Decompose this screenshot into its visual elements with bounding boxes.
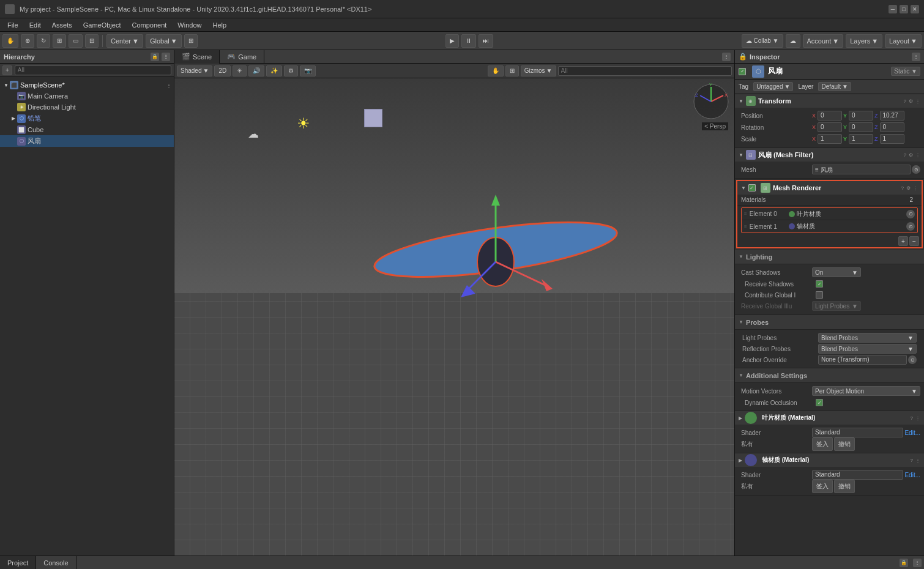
menu-component[interactable]: Component (127, 20, 171, 30)
mesh-field[interactable]: ≡ 风扇 (812, 165, 911, 174)
menu-gameobject[interactable]: GameObject (78, 20, 126, 30)
play-btn[interactable]: ▶ (445, 34, 459, 48)
mat2-checkin-btn[interactable]: 签入 (812, 480, 833, 493)
mat1-shader-field[interactable]: Standard (812, 428, 903, 437)
hierarchy-menu-icon[interactable]: ⋮ (162, 53, 170, 61)
hierarchy-item-maincamera[interactable]: ▷ 📷 Main Camera (0, 91, 174, 102)
anchor-override-field[interactable]: None (Transform) (818, 355, 907, 365)
scale-z-field[interactable]: 1 (880, 134, 904, 144)
shading-dropdown[interactable]: Shaded▼ (177, 65, 212, 76)
maximize-btn[interactable]: □ (900, 5, 908, 13)
menu-window[interactable]: Window (173, 20, 206, 30)
hierarchy-search[interactable] (15, 65, 171, 75)
pos-z-field[interactable]: 10.27 (880, 111, 904, 121)
meshfilter-header[interactable]: ▼ ⊟ 风扇 (Mesh Filter) ? ⚙ ⋮ (735, 148, 924, 162)
gizmos-dropdown[interactable]: Gizmos▼ (521, 65, 556, 76)
layer-dropdown[interactable]: Default▼ (818, 82, 851, 91)
pause-btn[interactable]: ⏸ (461, 34, 476, 48)
rot-y-field[interactable]: 0 (849, 122, 873, 132)
mat2-edit-btn[interactable]: Edit... (904, 472, 920, 478)
hierarchy-lock-icon[interactable]: 🔒 (151, 53, 159, 61)
cam-btn[interactable]: 📷 (300, 65, 316, 76)
samplescene-ctx-btn[interactable]: ⋮ (166, 83, 171, 88)
project-lock-icon[interactable]: 🔒 (900, 559, 908, 567)
light-probes-dropdown[interactable]: Blend Probes▼ (818, 333, 917, 343)
mat1-edit-btn[interactable]: Edit... (904, 430, 920, 436)
close-btn[interactable]: ✕ (911, 5, 919, 13)
move-tool-viewport[interactable]: ✋ (488, 65, 504, 76)
meshrenderer-help[interactable]: ? (901, 185, 904, 191)
scene-search[interactable] (558, 66, 732, 76)
inspector-menu-icon[interactable]: ⋮ (912, 53, 920, 61)
mat1-menu[interactable]: ⋮ (915, 415, 920, 421)
mat1-revert-btn[interactable]: 撤销 (834, 437, 855, 451)
mat1-checkin-btn[interactable]: 签入 (812, 437, 833, 451)
cloud-btn[interactable]: ☁ (786, 34, 800, 48)
meshrenderer-enabled[interactable]: ✓ (748, 184, 756, 192)
transform-settings[interactable]: ⚙ (909, 99, 913, 104)
probes-header[interactable]: ▼ Probes (735, 315, 924, 330)
mat-drag-1[interactable]: ≡ (744, 224, 747, 229)
object-enabled-checkbox[interactable]: ✓ (739, 68, 746, 75)
meshrenderer-header[interactable]: ▼ ✓ ⊞ Mesh Renderer ? ⚙ ⋮ (737, 181, 922, 195)
step-btn[interactable]: ⏭ (479, 34, 493, 48)
rot-x-field[interactable]: 0 (818, 122, 842, 132)
dynamic-occlusion-checkbox[interactable]: ✓ (816, 399, 823, 406)
meshfilter-settings[interactable]: ⚙ (909, 152, 913, 158)
cast-shadows-dropdown[interactable]: On▼ (812, 267, 861, 277)
mat2-shader-field[interactable]: Standard (812, 470, 903, 480)
pos-y-field[interactable]: 0 (849, 111, 873, 121)
scale-tool-btn[interactable]: ⊞ (53, 34, 66, 48)
meshrenderer-menu[interactable]: ⋮ (913, 185, 918, 191)
rect-tool-btn[interactable]: ▭ (69, 34, 83, 48)
receive-shadows-checkbox[interactable]: ✓ (816, 280, 823, 288)
menu-assets[interactable]: Assets (47, 20, 77, 30)
material1-header[interactable]: ▶ 叶片材质 (Material) ? ⋮ (735, 411, 924, 425)
tab-scene[interactable]: 🎬 Scene (174, 50, 220, 64)
mesh-target-btn[interactable]: ⊙ (912, 165, 920, 174)
scale-x-field[interactable]: 1 (818, 134, 842, 144)
static-btn[interactable]: Static ▼ (891, 67, 920, 76)
tab-console[interactable]: Console (36, 556, 76, 570)
layers-dropdown[interactable]: Layers▼ (846, 34, 882, 48)
lighting-btn[interactable]: ☀ (233, 65, 247, 76)
project-menu-icon[interactable]: ⋮ (913, 559, 922, 567)
meshfilter-menu[interactable]: ⋮ (915, 152, 920, 158)
hierarchy-item-samplescene[interactable]: ▼ ⬛ SampleScene* ⋮ (0, 80, 174, 91)
object-name[interactable]: 风扇 (768, 66, 887, 76)
motion-vectors-dropdown[interactable]: Per Object Motion▼ (812, 386, 920, 396)
transform-header[interactable]: ▼ ⊕ Transform ? ⚙ ⋮ (735, 94, 924, 108)
additional-header[interactable]: ▼ Additional Settings (735, 368, 924, 383)
rotate-tool-btn[interactable]: ↻ (37, 34, 50, 48)
mat-add-btn[interactable]: + (898, 236, 908, 246)
meshrenderer-settings[interactable]: ⚙ (906, 185, 911, 191)
global-dropdown[interactable]: Global▼ (146, 34, 182, 48)
reflection-probes-dropdown[interactable]: Blend Probes▼ (818, 344, 917, 354)
mat2-help[interactable]: ? (911, 458, 913, 463)
mat-drag-0[interactable]: ≡ (744, 211, 747, 217)
mat2-menu[interactable]: ⋮ (915, 458, 920, 463)
transform-tool-btn[interactable]: ⊟ (85, 34, 99, 48)
hierarchy-item-qianbi[interactable]: ▶ ⬡ 铅笔 (0, 113, 174, 124)
receive-global-dropdown[interactable]: Light Probes▼ (812, 301, 861, 311)
transform-help[interactable]: ? (904, 99, 906, 104)
scene-settings-btn[interactable]: ⚙ (284, 65, 298, 76)
mat-elem-1-target[interactable]: ⊙ (906, 222, 915, 231)
menu-edit[interactable]: Edit (24, 20, 46, 30)
audio-btn[interactable]: 🔊 (248, 65, 264, 76)
mat-elem-0-target[interactable]: ⊙ (906, 210, 915, 218)
collab-btn[interactable]: ☁ Collab ▼ (742, 34, 783, 48)
scale-y-field[interactable]: 1 (849, 134, 873, 144)
menu-file[interactable]: File (2, 20, 23, 30)
lighting-header[interactable]: ▼ Lighting (735, 250, 924, 264)
meshfilter-help[interactable]: ? (904, 152, 906, 158)
hand-tool-btn[interactable]: ✋ (2, 34, 18, 48)
mode-2d-btn[interactable]: 2D (214, 65, 231, 76)
mat-remove-btn[interactable]: − (909, 236, 919, 246)
layout-dropdown[interactable]: Layout▼ (885, 34, 922, 48)
hierarchy-item-cube[interactable]: ▷ ⬜ Cube (0, 124, 174, 135)
viewport[interactable]: ☀ ☁ < Persp (174, 78, 734, 556)
move-tool-btn[interactable]: ⊕ (21, 34, 34, 48)
hierarchy-item-dirlight[interactable]: ▷ ☀ Directional Light (0, 102, 174, 113)
pos-x-field[interactable]: 0 (818, 111, 842, 121)
